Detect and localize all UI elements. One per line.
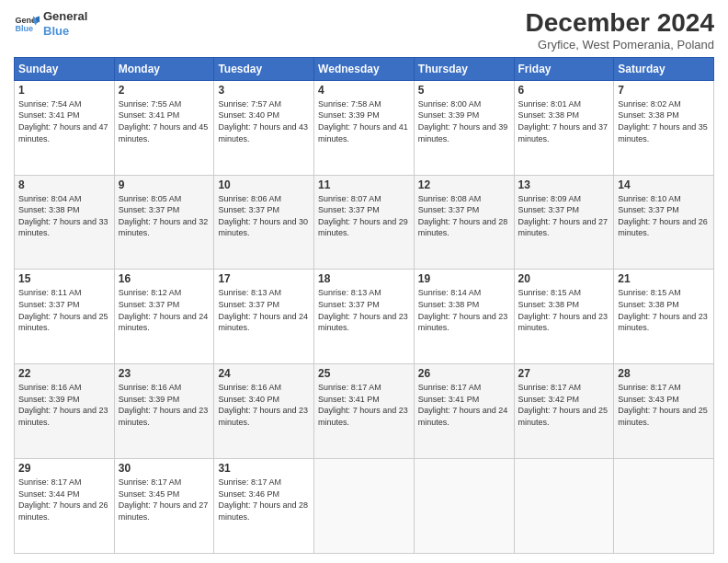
calendar-week-row: 29Sunrise: 8:17 AM Sunset: 3:44 PM Dayli… xyxy=(15,459,714,554)
day-number: 21 xyxy=(618,272,710,285)
day-info: Sunrise: 8:16 AM Sunset: 3:39 PM Dayligh… xyxy=(119,382,210,428)
table-row xyxy=(614,459,714,554)
table-row: 2Sunrise: 7:55 AM Sunset: 3:41 PM Daylig… xyxy=(114,80,214,175)
header-wednesday: Wednesday xyxy=(314,57,415,80)
day-number: 30 xyxy=(119,462,210,475)
table-row: 19Sunrise: 8:14 AM Sunset: 3:38 PM Dayli… xyxy=(414,270,514,364)
day-number: 27 xyxy=(518,367,610,380)
table-row: 4Sunrise: 7:58 AM Sunset: 3:39 PM Daylig… xyxy=(314,80,415,175)
day-number: 12 xyxy=(418,178,510,191)
table-row: 18Sunrise: 8:13 AM Sunset: 3:37 PM Dayli… xyxy=(314,270,415,364)
day-info: Sunrise: 8:00 AM Sunset: 3:39 PM Dayligh… xyxy=(418,98,510,144)
day-number: 7 xyxy=(618,84,710,97)
table-row: 9Sunrise: 8:05 AM Sunset: 3:37 PM Daylig… xyxy=(114,175,214,270)
day-number: 11 xyxy=(318,178,410,191)
day-info: Sunrise: 8:17 AM Sunset: 3:42 PM Dayligh… xyxy=(518,382,610,428)
month-title: December 2024 xyxy=(526,9,714,38)
header: General Blue General Blue December 2024 … xyxy=(14,9,714,52)
day-info: Sunrise: 8:12 AM Sunset: 3:37 PM Dayligh… xyxy=(119,287,210,333)
day-number: 4 xyxy=(318,84,410,97)
table-row: 26Sunrise: 8:17 AM Sunset: 3:41 PM Dayli… xyxy=(414,364,514,459)
day-info: Sunrise: 8:14 AM Sunset: 3:38 PM Dayligh… xyxy=(418,287,510,333)
day-info: Sunrise: 8:10 AM Sunset: 3:37 PM Dayligh… xyxy=(618,193,710,239)
header-thursday: Thursday xyxy=(414,57,514,80)
table-row xyxy=(414,459,514,554)
day-number: 6 xyxy=(518,84,610,97)
table-row: 27Sunrise: 8:17 AM Sunset: 3:42 PM Dayli… xyxy=(514,364,614,459)
header-sunday: Sunday xyxy=(15,57,115,80)
calendar-week-row: 8Sunrise: 8:04 AM Sunset: 3:38 PM Daylig… xyxy=(15,175,714,270)
day-info: Sunrise: 8:09 AM Sunset: 3:37 PM Dayligh… xyxy=(518,193,610,239)
logo-text: General Blue xyxy=(43,9,87,38)
header-monday: Monday xyxy=(114,57,214,80)
logo-line2: Blue xyxy=(43,24,87,39)
day-info: Sunrise: 8:07 AM Sunset: 3:37 PM Dayligh… xyxy=(318,193,410,239)
logo: General Blue General Blue xyxy=(14,9,87,38)
day-info: Sunrise: 8:04 AM Sunset: 3:38 PM Dayligh… xyxy=(18,193,110,239)
day-number: 20 xyxy=(518,272,610,285)
day-info: Sunrise: 8:17 AM Sunset: 3:45 PM Dayligh… xyxy=(119,477,210,523)
table-row: 1Sunrise: 7:54 AM Sunset: 3:41 PM Daylig… xyxy=(15,80,115,175)
title-block: December 2024 Gryfice, West Pomerania, P… xyxy=(526,9,714,52)
day-info: Sunrise: 8:17 AM Sunset: 3:41 PM Dayligh… xyxy=(418,382,510,428)
day-info: Sunrise: 8:01 AM Sunset: 3:38 PM Dayligh… xyxy=(518,98,610,144)
logo-line1: General xyxy=(43,9,87,24)
table-row: 29Sunrise: 8:17 AM Sunset: 3:44 PM Dayli… xyxy=(15,459,115,554)
table-row: 14Sunrise: 8:10 AM Sunset: 3:37 PM Dayli… xyxy=(614,175,714,270)
header-tuesday: Tuesday xyxy=(214,57,314,80)
day-info: Sunrise: 8:17 AM Sunset: 3:43 PM Dayligh… xyxy=(618,382,710,428)
table-row: 23Sunrise: 8:16 AM Sunset: 3:39 PM Dayli… xyxy=(114,364,214,459)
day-number: 18 xyxy=(318,272,410,285)
day-info: Sunrise: 8:17 AM Sunset: 3:44 PM Dayligh… xyxy=(18,477,110,523)
table-row: 13Sunrise: 8:09 AM Sunset: 3:37 PM Dayli… xyxy=(514,175,614,270)
day-info: Sunrise: 7:57 AM Sunset: 3:40 PM Dayligh… xyxy=(218,98,310,144)
table-row: 6Sunrise: 8:01 AM Sunset: 3:38 PM Daylig… xyxy=(514,80,614,175)
calendar-week-row: 22Sunrise: 8:16 AM Sunset: 3:39 PM Dayli… xyxy=(15,364,714,459)
day-number: 28 xyxy=(618,367,710,380)
day-number: 1 xyxy=(18,84,110,97)
table-row: 31Sunrise: 8:17 AM Sunset: 3:46 PM Dayli… xyxy=(214,459,314,554)
table-row: 30Sunrise: 8:17 AM Sunset: 3:45 PM Dayli… xyxy=(114,459,214,554)
day-number: 8 xyxy=(18,178,110,191)
day-info: Sunrise: 8:16 AM Sunset: 3:39 PM Dayligh… xyxy=(18,382,110,428)
day-info: Sunrise: 8:17 AM Sunset: 3:46 PM Dayligh… xyxy=(218,477,310,523)
day-number: 5 xyxy=(418,84,510,97)
svg-text:Blue: Blue xyxy=(15,24,33,33)
table-row: 21Sunrise: 8:15 AM Sunset: 3:38 PM Dayli… xyxy=(614,270,714,364)
calendar-header-row: Sunday Monday Tuesday Wednesday Thursday… xyxy=(15,57,714,80)
day-number: 29 xyxy=(18,462,110,475)
subtitle: Gryfice, West Pomerania, Poland xyxy=(526,38,714,52)
day-number: 14 xyxy=(618,178,710,191)
day-info: Sunrise: 7:58 AM Sunset: 3:39 PM Dayligh… xyxy=(318,98,410,144)
day-number: 3 xyxy=(218,84,310,97)
table-row: 5Sunrise: 8:00 AM Sunset: 3:39 PM Daylig… xyxy=(414,80,514,175)
day-info: Sunrise: 8:13 AM Sunset: 3:37 PM Dayligh… xyxy=(318,287,410,333)
day-info: Sunrise: 7:55 AM Sunset: 3:41 PM Dayligh… xyxy=(119,98,210,144)
table-row: 15Sunrise: 8:11 AM Sunset: 3:37 PM Dayli… xyxy=(15,270,115,364)
day-number: 23 xyxy=(119,367,210,380)
day-info: Sunrise: 8:17 AM Sunset: 3:41 PM Dayligh… xyxy=(318,382,410,428)
table-row: 12Sunrise: 8:08 AM Sunset: 3:37 PM Dayli… xyxy=(414,175,514,270)
day-number: 25 xyxy=(318,367,410,380)
table-row xyxy=(314,459,415,554)
day-number: 22 xyxy=(18,367,110,380)
day-number: 13 xyxy=(518,178,610,191)
table-row: 20Sunrise: 8:15 AM Sunset: 3:38 PM Dayli… xyxy=(514,270,614,364)
day-number: 9 xyxy=(119,178,210,191)
calendar-week-row: 1Sunrise: 7:54 AM Sunset: 3:41 PM Daylig… xyxy=(15,80,714,175)
day-info: Sunrise: 8:13 AM Sunset: 3:37 PM Dayligh… xyxy=(218,287,310,333)
table-row: 3Sunrise: 7:57 AM Sunset: 3:40 PM Daylig… xyxy=(214,80,314,175)
table-row: 8Sunrise: 8:04 AM Sunset: 3:38 PM Daylig… xyxy=(15,175,115,270)
day-info: Sunrise: 8:15 AM Sunset: 3:38 PM Dayligh… xyxy=(618,287,710,333)
day-info: Sunrise: 8:11 AM Sunset: 3:37 PM Dayligh… xyxy=(18,287,110,333)
day-number: 19 xyxy=(418,272,510,285)
day-number: 15 xyxy=(18,272,110,285)
day-number: 16 xyxy=(119,272,210,285)
day-info: Sunrise: 8:16 AM Sunset: 3:40 PM Dayligh… xyxy=(218,382,310,428)
table-row: 16Sunrise: 8:12 AM Sunset: 3:37 PM Dayli… xyxy=(114,270,214,364)
header-friday: Friday xyxy=(514,57,614,80)
day-info: Sunrise: 8:02 AM Sunset: 3:38 PM Dayligh… xyxy=(618,98,710,144)
table-row: 22Sunrise: 8:16 AM Sunset: 3:39 PM Dayli… xyxy=(15,364,115,459)
day-number: 17 xyxy=(218,272,310,285)
table-row xyxy=(514,459,614,554)
